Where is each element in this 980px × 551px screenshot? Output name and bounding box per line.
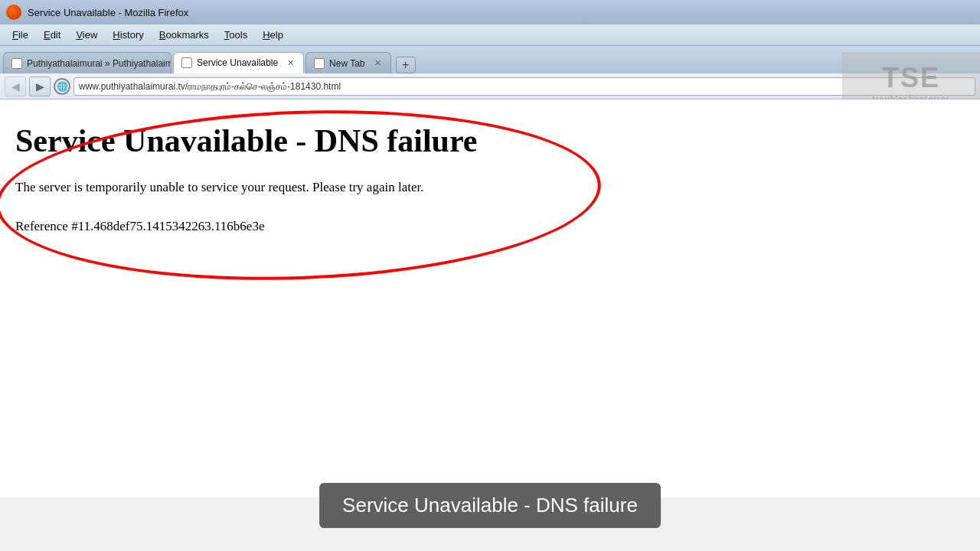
tab-close-2[interactable]: ✕	[286, 58, 296, 68]
menu-bar: File Edit View History Bookmarks Tools H…	[0, 24, 980, 46]
nav-bar: ◀ ▶ 🌐 www.puthiyathalaimurai.tv/ராமநாதபு…	[0, 73, 980, 99]
tab-label-1: Puthiyathalaimurai » Puthiyathalaim...	[27, 58, 172, 69]
window-title: Service Unavailable - Mozilla Firefox	[28, 7, 188, 18]
tab-puthiyathalaimurai[interactable]: Puthiyathalaimurai » Puthiyathalaim... ✕	[3, 52, 172, 73]
tab-service-unavailable[interactable]: Service Unavailable ✕	[173, 52, 304, 73]
forward-button[interactable]: ▶	[29, 77, 51, 96]
new-tab-button[interactable]: +	[396, 57, 416, 73]
menu-file[interactable]: File	[6, 28, 34, 42]
error-heading: Service Unavailable - DNS failure	[15, 122, 965, 159]
page-content: Service Unavailable - DNS failure The se…	[0, 99, 980, 497]
tab-bar: Puthiyathalaimurai » Puthiyathalaim... ✕…	[0, 46, 980, 73]
error-reference: Reference #11.468def75.1415342263.116b6e…	[15, 219, 965, 234]
menu-history[interactable]: History	[106, 28, 149, 42]
tab-label-2: Service Unavailable	[197, 57, 278, 68]
tab-favicon-3	[314, 58, 325, 69]
firefox-icon	[6, 5, 21, 20]
menu-help[interactable]: Help	[256, 28, 289, 42]
menu-edit[interactable]: Edit	[38, 28, 67, 42]
menu-bookmarks[interactable]: Bookmarks	[153, 28, 215, 42]
tab-close-3[interactable]: ✕	[373, 58, 383, 68]
bottom-tooltip: Service Unavailable - DNS failure	[319, 483, 661, 528]
menu-view[interactable]: View	[70, 28, 103, 42]
back-button[interactable]: ◀	[5, 77, 26, 96]
tse-logo: TSE	[882, 62, 940, 94]
menu-tools[interactable]: Tools	[218, 28, 253, 42]
browser-window: Service Unavailable - Mozilla Firefox Fi…	[0, 0, 980, 551]
error-description: The server is temporarily unable to serv…	[15, 178, 965, 197]
address-text: www.puthiyathalaimurai.tv/ராமநாதபுரம்-கல…	[79, 81, 341, 92]
loading-indicator: 🌐	[54, 78, 70, 95]
tab-favicon-1	[11, 58, 22, 69]
title-bar: Service Unavailable - Mozilla Firefox	[0, 0, 980, 24]
address-bar[interactable]: www.puthiyathalaimurai.tv/ராமநாதபுரம்-கல…	[74, 77, 975, 96]
tab-favicon-2	[181, 57, 192, 68]
tab-new-tab[interactable]: New Tab ✕	[305, 52, 390, 73]
tab-label-3: New Tab	[329, 58, 364, 69]
